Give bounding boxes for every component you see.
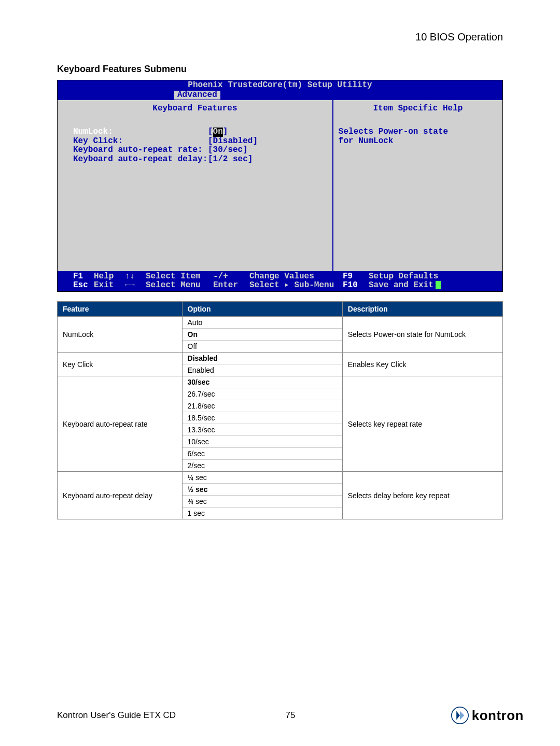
bios-item: NumLock:[On]: [73, 128, 327, 137]
bios-item: Keyboard auto-repeat delay:[1/2 sec]: [73, 155, 327, 164]
bios-right-title: Item Specific Help: [339, 104, 497, 114]
bios-footer-cell: Enter: [213, 281, 249, 290]
option-cell: 30/sec26.7/sec21.8/sec18.5/sec13.3/sec10…: [182, 376, 342, 472]
bios-help-text: Selects Power-on state for NumLock: [339, 128, 497, 146]
kontron-logo: kontron: [451, 707, 524, 724]
option-value: 10/sec: [183, 436, 342, 448]
option-value: 1 sec: [183, 508, 342, 519]
bios-footer-cell: Change Values: [249, 272, 343, 281]
option-value: ¾ sec: [183, 496, 342, 508]
bios-footer-cell: Setup Defaults: [369, 272, 462, 281]
bios-footer-cell: Help: [94, 272, 125, 281]
bios-help-line2: for NumLock: [339, 137, 497, 146]
option-value: 18.5/sec: [183, 412, 342, 424]
option-value: 6/sec: [183, 448, 342, 460]
bios-footer-cell: Select Menu: [146, 281, 213, 290]
bios-item-value: [Disabled]: [208, 137, 258, 146]
table-header: Description: [342, 302, 502, 317]
cursor-icon: [436, 281, 441, 289]
option-value: ¼ sec: [183, 472, 342, 484]
feature-cell: Keyboard auto-repeat rate: [58, 376, 183, 472]
table-row: Key ClickDisabledEnabledEnables Key Clic…: [58, 353, 503, 376]
bios-active-menu: Advanced: [174, 91, 220, 100]
bios-help-line1: Selects Power-on state: [339, 128, 497, 137]
bios-footer: F1Help↑↓Select Item-/+Change ValuesF9Set…: [58, 271, 502, 291]
description-cell: Selects delay before key repeat: [342, 472, 502, 519]
table-row: NumLockAutoOnOffSelects Power-on state f…: [58, 317, 503, 353]
bios-footer-cell: Select Item: [146, 272, 213, 281]
option-cell: AutoOnOff: [182, 317, 342, 353]
table-header: Feature: [58, 302, 183, 317]
table-row: Keyboard auto-repeat rate30/sec26.7/sec2…: [58, 376, 503, 472]
bios-footer-cell: ←→: [125, 281, 146, 290]
bios-item-label: NumLock:: [73, 128, 208, 137]
option-cell: DisabledEnabled: [182, 353, 342, 376]
description-cell: Selects Power-on state for NumLock: [342, 317, 502, 353]
feature-cell: NumLock: [58, 317, 183, 353]
kontron-logo-text: kontron: [472, 708, 524, 724]
kontron-logo-icon: [451, 707, 469, 724]
option-value: 13.3/sec: [183, 424, 342, 436]
bios-item-label: Keyboard auto-repeat delay:: [73, 155, 208, 164]
bios-item-label: Keyboard auto-repeat rate:: [73, 146, 208, 155]
page-number: 75: [286, 710, 296, 721]
bios-item-label: Key Click:: [73, 137, 208, 146]
bios-footer-cell: Esc: [73, 281, 94, 290]
bios-left-panel: Keyboard Features NumLock:[On]Key Click:…: [58, 100, 332, 271]
bios-footer-cell: Save and Exit: [369, 281, 462, 290]
option-value: 26.7/sec: [183, 388, 342, 400]
guide-name: Kontron User's Guide ETX CD: [57, 710, 176, 721]
option-cell: ¼ sec½ sec¾ sec1 sec: [182, 472, 342, 519]
bios-footer-cell: Select ▸ Sub-Menu: [249, 281, 343, 290]
bios-item-value: [On]: [208, 128, 228, 137]
description-cell: Selects key repeat rate: [342, 376, 502, 472]
chapter-title: 10 BIOS Operation: [57, 31, 503, 43]
bios-footer-cell: F9: [343, 272, 369, 281]
bios-menubar: Advanced: [58, 91, 502, 100]
feature-table: FeatureOptionDescription NumLockAutoOnOf…: [57, 301, 503, 519]
bios-footer-cell: F10: [343, 281, 369, 290]
option-value: On: [183, 329, 342, 341]
feature-cell: Keyboard auto-repeat delay: [58, 472, 183, 519]
bios-left-title: Keyboard Features: [63, 104, 327, 114]
option-value: 2/sec: [183, 460, 342, 471]
bios-title: Phoenix TrustedCore(tm) Setup Utility: [58, 80, 502, 91]
option-value: Off: [183, 341, 342, 352]
feature-cell: Key Click: [58, 353, 183, 376]
option-value: Auto: [183, 317, 342, 329]
table-header: Option: [182, 302, 342, 317]
bios-item: Keyboard auto-repeat rate:[30/sec]: [73, 146, 327, 155]
description-cell: Enables Key Click: [342, 353, 502, 376]
bios-item-value: [1/2 sec]: [208, 155, 253, 164]
bios-footer-cell: -/+: [213, 272, 249, 281]
option-value: Enabled: [183, 364, 342, 376]
bios-item-value: [30/sec]: [208, 146, 248, 155]
bios-right-panel: Item Specific Help Selects Power-on stat…: [332, 100, 502, 271]
bios-item: Key Click:[Disabled]: [73, 137, 327, 146]
option-value: Disabled: [183, 353, 342, 364]
page-footer: Kontron User's Guide ETX CD 75 kontron: [57, 707, 524, 724]
bios-footer-cell: Exit: [94, 281, 125, 290]
option-value: 21.8/sec: [183, 400, 342, 412]
bios-footer-cell: ↑↓: [125, 272, 146, 281]
table-row: Keyboard auto-repeat delay¼ sec½ sec¾ se…: [58, 472, 503, 519]
bios-screenshot: Phoenix TrustedCore(tm) Setup Utility Ad…: [57, 80, 503, 292]
option-value: ½ sec: [183, 484, 342, 496]
bios-footer-cell: F1: [73, 272, 94, 281]
section-title: Keyboard Features Submenu: [57, 64, 503, 75]
option-value: 30/sec: [183, 376, 342, 388]
